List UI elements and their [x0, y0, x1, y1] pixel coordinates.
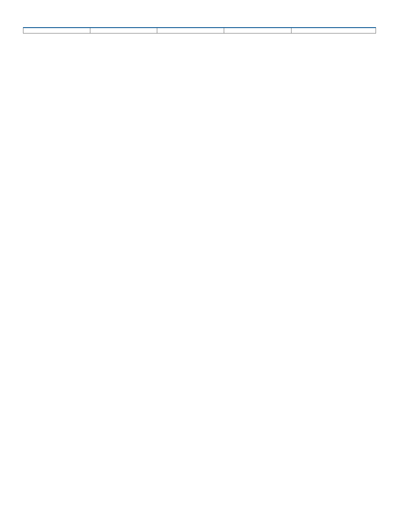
revision-history-table [23, 27, 376, 33]
table-header-row [23, 28, 376, 33]
header-edition [224, 28, 291, 33]
header-software-version [90, 28, 157, 33]
header-part-number [23, 28, 90, 33]
header-publication-date [157, 28, 224, 33]
header-edition-comments [291, 28, 376, 33]
